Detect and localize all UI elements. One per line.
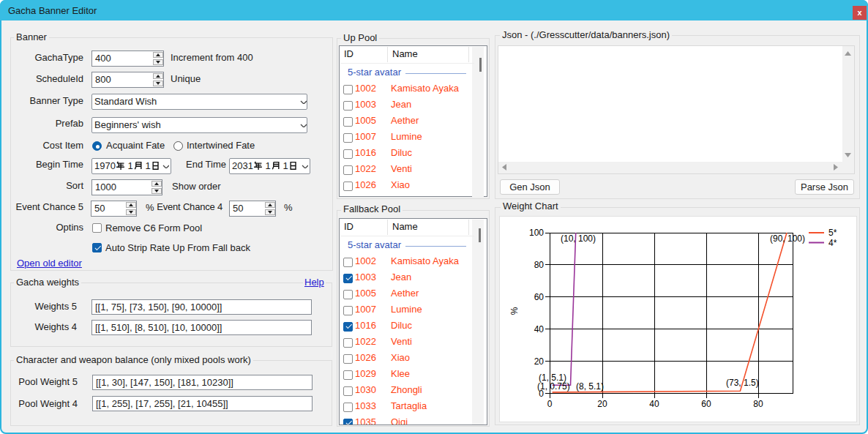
svg-text:%: % — [509, 307, 520, 315]
svg-text:4*: 4* — [828, 238, 837, 248]
svg-text:100: 100 — [529, 228, 544, 238]
svg-text:(10, 100): (10, 100) — [561, 233, 596, 244]
svg-text:(1, 0.75): (1, 0.75) — [537, 381, 570, 392]
svg-text:60: 60 — [701, 399, 711, 409]
svg-text:40: 40 — [534, 324, 545, 334]
svg-text:20: 20 — [597, 399, 607, 409]
svg-text:0: 0 — [547, 399, 553, 409]
svg-text:(90, 100): (90, 100) — [770, 233, 805, 244]
svg-text:80: 80 — [753, 399, 763, 409]
svg-text:5*: 5* — [828, 228, 837, 238]
svg-text:80: 80 — [534, 260, 545, 270]
svg-text:20: 20 — [534, 356, 545, 367]
svg-text:60: 60 — [534, 292, 545, 302]
svg-text:(8, 5.1): (8, 5.1) — [576, 381, 604, 392]
svg-text:40: 40 — [649, 399, 659, 409]
svg-text:(73, 1.5): (73, 1.5) — [726, 378, 759, 388]
